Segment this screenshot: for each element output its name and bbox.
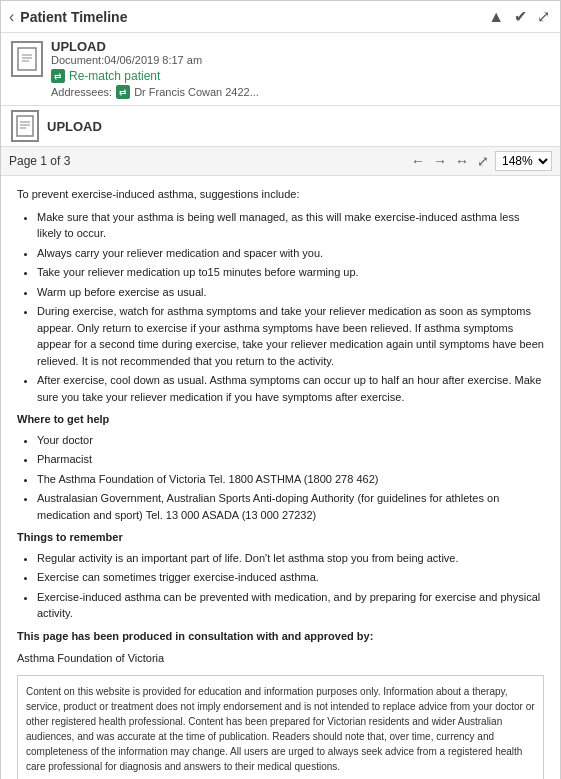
list-item: Your doctor <box>37 432 544 449</box>
addressees-label: Addressees: <box>51 86 112 98</box>
upload-file-icon-2 <box>11 110 39 142</box>
list-item: After exercise, cool down as usual. Asth… <box>37 372 544 405</box>
list-item: Make sure that your asthma is being well… <box>37 209 544 242</box>
doc-intro: To prevent exercise-induced asthma, sugg… <box>17 186 544 203</box>
zoom-select[interactable]: 100% 125% 148% 175% 200% <box>495 151 552 171</box>
doc-bullets-3: Regular activity is an important part of… <box>37 550 544 622</box>
page-title: Patient Timeline <box>20 9 480 25</box>
list-item: Always carry your reliever medication an… <box>37 245 544 262</box>
approved-org: Asthma Foundation of Victoria <box>17 650 544 667</box>
expand-v-button[interactable]: ⤢ <box>475 153 491 169</box>
svg-rect-0 <box>18 48 36 70</box>
upload-label-2: UPLOAD <box>47 119 102 134</box>
list-item: During exercise, watch for asthma sympto… <box>37 303 544 369</box>
upload-date: Document:04/06/2019 8:17 am <box>51 54 550 66</box>
expand-h-button[interactable]: ↔ <box>453 153 471 169</box>
list-item: Warm up before exercise as usual. <box>37 284 544 301</box>
disclaimer-text: Content on this website is provided for … <box>26 686 535 772</box>
header: ‹ Patient Timeline ▲ ✔ ⤢ <box>1 1 560 33</box>
upload-file-icon <box>11 41 43 77</box>
check-icon-button[interactable]: ✔ <box>512 7 529 26</box>
list-item: Exercise can sometimes trigger exercise-… <box>37 569 544 586</box>
up-icon-button[interactable]: ▲ <box>486 8 506 26</box>
svg-rect-4 <box>17 116 33 136</box>
rematch-icon: ⇄ <box>51 69 65 83</box>
addressees-icon: ⇄ <box>116 85 130 99</box>
upload-section-2: UPLOAD <box>1 106 560 147</box>
list-item: Take your reliever medication up to15 mi… <box>37 264 544 281</box>
back-icon[interactable]: ‹ <box>9 8 14 26</box>
list-item: Regular activity is an important part of… <box>37 550 544 567</box>
doc-content: To prevent exercise-induced asthma, sugg… <box>1 176 560 779</box>
list-item: Pharmacist <box>37 451 544 468</box>
list-item: Australasian Government, Australian Spor… <box>37 490 544 523</box>
page-info: Page 1 of 3 <box>9 154 70 168</box>
nav-right-button[interactable]: → <box>431 153 449 169</box>
rematch-link[interactable]: Re-match patient <box>69 69 160 83</box>
list-item: Exercise-induced asthma can be prevented… <box>37 589 544 622</box>
addressees-value: Dr Francis Cowan 2422... <box>134 86 259 98</box>
expand-icon-button[interactable]: ⤢ <box>535 7 552 26</box>
header-icons: ▲ ✔ ⤢ <box>486 7 552 26</box>
doc-bullets-2: Your doctor Pharmacist The Asthma Founda… <box>37 432 544 524</box>
list-item: The Asthma Foundation of Victoria Tel. 1… <box>37 471 544 488</box>
upload-section-1: UPLOAD Document:04/06/2019 8:17 am ⇄ Re-… <box>1 33 560 106</box>
doc-nav-icons: ← → ↔ ⤢ 100% 125% 148% 175% 200% <box>409 151 552 171</box>
upload-title: UPLOAD <box>51 39 550 54</box>
section2-title: Where to get help <box>17 411 544 428</box>
approved-header: This page has been produced in consultat… <box>17 628 544 645</box>
rematch-row: ⇄ Re-match patient <box>51 69 550 83</box>
doc-toolbar: Page 1 of 3 ← → ↔ ⤢ 100% 125% 148% 175% … <box>1 147 560 176</box>
section3-title: Things to remember <box>17 529 544 546</box>
nav-left-button[interactable]: ← <box>409 153 427 169</box>
addressees-row: Addressees: ⇄ Dr Francis Cowan 2422... <box>51 85 550 99</box>
disclaimer-box: Content on this website is provided for … <box>17 675 544 780</box>
upload-details: UPLOAD Document:04/06/2019 8:17 am ⇄ Re-… <box>51 39 550 99</box>
doc-bullets-1: Make sure that your asthma is being well… <box>37 209 544 406</box>
